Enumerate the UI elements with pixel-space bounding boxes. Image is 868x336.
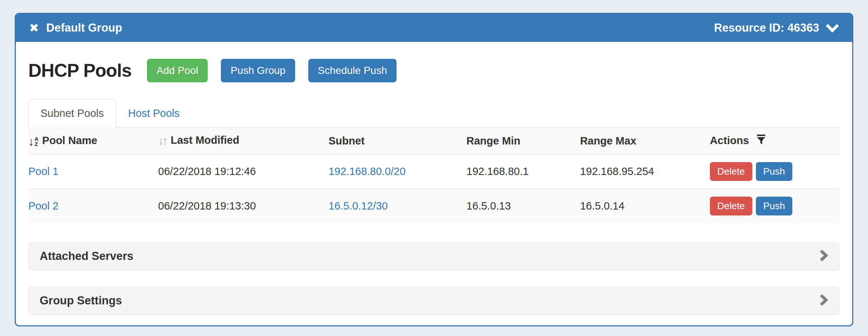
push-pool-button[interactable]: Push: [756, 162, 792, 181]
table-header-row: ↓ A Z Pool Name ↓↑Last Modified Subnet R…: [28, 128, 840, 154]
group-card-body: DHCP Pools Add Pool Push Group Schedule …: [16, 42, 852, 314]
page-title: DHCP Pools: [28, 60, 132, 81]
column-header-subnet: Subnet: [329, 128, 466, 154]
tab-subnet-pools[interactable]: Subnet Pools: [28, 99, 116, 128]
chevron-down-icon: [826, 23, 839, 33]
range-max-value: 192.168.95.254: [580, 154, 710, 189]
resource-id-dropdown[interactable]: Resource ID: 46363: [714, 21, 839, 35]
pool-name-link[interactable]: Pool 1: [28, 165, 58, 177]
chevron-right-icon: [819, 249, 828, 263]
filter-icon[interactable]: [753, 136, 766, 147]
panel-title: Attached Servers: [40, 250, 133, 263]
last-modified-value: 06/22/2018 19:13:30: [158, 189, 329, 224]
pool-tabs: Subnet Pools Host Pools: [28, 99, 840, 128]
column-header-last-modified[interactable]: ↓↑Last Modified: [158, 128, 329, 154]
sort-icon: ↓↑: [158, 134, 166, 147]
group-card-header: ✖ Default Group Resource ID: 46363: [16, 14, 852, 42]
range-max-value: 16.5.0.14: [580, 189, 710, 224]
subnet-link[interactable]: 192.168.80.0/20: [329, 165, 406, 177]
title-row: DHCP Pools Add Pool Push Group Schedule …: [28, 59, 840, 82]
column-header-actions: Actions: [710, 128, 840, 154]
group-card-header-left: ✖ Default Group: [29, 21, 122, 35]
delete-pool-button[interactable]: Delete: [710, 162, 752, 181]
column-header-range-min: Range Min: [466, 128, 580, 154]
add-pool-button[interactable]: Add Pool: [147, 59, 208, 82]
group-settings-panel[interactable]: Group Settings: [28, 287, 840, 314]
group-card: ✖ Default Group Resource ID: 46363 DHCP …: [15, 13, 853, 326]
table-row: Pool 2 06/22/2018 19:13:30 16.5.0.12/30 …: [28, 189, 840, 224]
subnet-link[interactable]: 16.5.0.12/30: [329, 200, 388, 212]
range-min-value: 16.5.0.13: [466, 189, 580, 224]
push-group-button[interactable]: Push Group: [221, 59, 295, 82]
sort-alpha-asc-icon: ↓ A Z: [28, 136, 39, 147]
close-icon[interactable]: ✖: [29, 22, 39, 34]
push-pool-button[interactable]: Push: [756, 197, 792, 215]
table-row: Pool 1 06/22/2018 19:12:46 192.168.80.0/…: [28, 154, 840, 189]
range-min-value: 192.168.80.1: [466, 154, 580, 189]
panel-title: Group Settings: [40, 294, 122, 307]
tab-host-pools[interactable]: Host Pools: [116, 99, 192, 128]
chevron-right-icon: [819, 294, 828, 308]
last-modified-value: 06/22/2018 19:12:46: [158, 154, 329, 189]
column-header-range-max: Range Max: [580, 128, 710, 154]
subnet-pools-table: ↓ A Z Pool Name ↓↑Last Modified Subnet R…: [28, 128, 840, 223]
column-header-pool-name[interactable]: ↓ A Z Pool Name: [28, 128, 158, 154]
accordion: Attached Servers Group Settings: [28, 242, 840, 314]
delete-pool-button[interactable]: Delete: [710, 197, 752, 215]
attached-servers-panel[interactable]: Attached Servers: [28, 242, 840, 270]
schedule-push-button[interactable]: Schedule Push: [308, 59, 397, 82]
pool-name-link[interactable]: Pool 2: [28, 200, 58, 212]
resource-id-label: Resource ID: 46363: [714, 21, 819, 35]
group-title: Default Group: [46, 21, 122, 35]
